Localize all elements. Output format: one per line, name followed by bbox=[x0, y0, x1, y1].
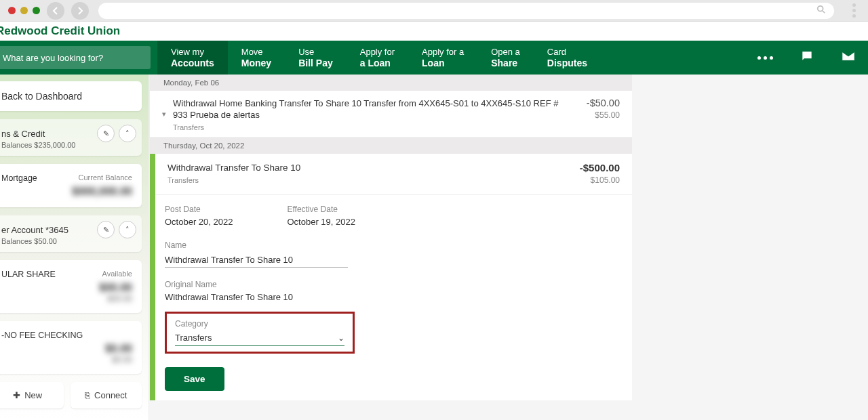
edit-icon[interactable]: ✎ bbox=[97, 221, 115, 238]
nav-bill-pay[interactable]: Use Bill Pay bbox=[285, 41, 347, 75]
transaction-amount: -$50.00 bbox=[559, 98, 620, 108]
transaction-category: Transfers bbox=[167, 176, 559, 184]
account-no-fee-checking[interactable]: -NO FEE CHECKING $0.00 $0.00 bbox=[0, 321, 142, 374]
nav-card-disputes[interactable]: Card Disputes bbox=[534, 41, 601, 75]
blurred-subbalance: $00.00 bbox=[1, 294, 132, 303]
bank-name: Redwood Credit Union bbox=[0, 24, 120, 38]
effective-date-label: Effective Date bbox=[287, 205, 355, 214]
nav-items: View my Accounts Move Money Use Bill Pay… bbox=[157, 41, 601, 75]
svg-line-1 bbox=[823, 11, 825, 14]
nav-apply-loan[interactable]: Apply for a Loan bbox=[347, 41, 408, 75]
category-select[interactable] bbox=[175, 330, 338, 345]
transaction-list: Monday, Feb 06 ▾ Withdrawal Home Banking… bbox=[149, 75, 632, 400]
original-name-value: Withdrawal Transfer To Share 10 bbox=[165, 292, 620, 302]
blurred-balance: $00.00 bbox=[1, 282, 132, 294]
transaction-balance: $105.00 bbox=[559, 175, 620, 185]
account-regular-share[interactable]: Available ULAR SHARE $00.00 $00.00 bbox=[0, 260, 142, 313]
browser-chrome bbox=[0, 0, 868, 22]
workspace: Back to Dashboard ✎ ˄ ns & Credit Balanc… bbox=[0, 75, 868, 420]
close-window-icon[interactable] bbox=[8, 7, 16, 14]
transaction-category: Transfers bbox=[173, 123, 559, 131]
balance-label: Current Balance bbox=[79, 173, 133, 182]
browser-back-button[interactable] bbox=[47, 2, 64, 20]
nav-view-accounts[interactable]: View my Accounts bbox=[157, 41, 228, 75]
name-label: Name bbox=[165, 240, 620, 250]
category-highlight-box: Category ⌄ bbox=[165, 312, 355, 354]
expanded-header[interactable]: Withdrawal Transfer To Share 10 Transfer… bbox=[155, 154, 632, 189]
blurred-balance: $000,000.00 bbox=[1, 186, 132, 198]
original-name-label: Original Name bbox=[165, 280, 620, 289]
transaction-balance: $55.00 bbox=[559, 110, 620, 120]
window-controls bbox=[8, 7, 40, 14]
new-label: New bbox=[24, 390, 42, 400]
blurred-balance: $0.00 bbox=[1, 343, 132, 355]
chevron-down-icon[interactable]: ⌄ bbox=[338, 333, 344, 343]
nav-move-money[interactable]: Move Money bbox=[228, 41, 285, 75]
global-search-wrap: What are you looking for? bbox=[0, 41, 157, 75]
date-header: Thursday, Oct 20, 2022 bbox=[150, 138, 632, 154]
maximize-window-icon[interactable] bbox=[33, 7, 40, 14]
post-date-value: October 20, 2022 bbox=[165, 217, 233, 227]
expand-icon[interactable]: ▾ bbox=[162, 110, 170, 131]
nav-right-icons bbox=[757, 41, 868, 75]
connect-label: Connect bbox=[94, 390, 127, 400]
chat-icon[interactable] bbox=[800, 49, 814, 66]
top-nav: What are you looking for? View my Accoun… bbox=[0, 41, 868, 75]
date-header: Monday, Feb 06 bbox=[150, 75, 632, 91]
new-button[interactable]: ✚ New bbox=[0, 382, 64, 408]
transaction-row[interactable]: ▾ Withdrawal Home Banking Transfer To Sh… bbox=[150, 91, 632, 138]
transaction-name-input[interactable] bbox=[165, 253, 348, 268]
bank-header: Redwood Credit Union bbox=[0, 22, 868, 41]
back-to-dashboard-button[interactable]: Back to Dashboard bbox=[0, 81, 142, 111]
connect-button[interactable]: ⎘ Connect bbox=[71, 382, 142, 408]
balance-label: Available bbox=[102, 270, 132, 278]
link-icon: ⎘ bbox=[85, 390, 90, 400]
plus-icon: ✚ bbox=[13, 390, 20, 400]
search-placeholder-text: What are you looking for? bbox=[3, 53, 103, 63]
post-date-label: Post Date bbox=[165, 205, 233, 214]
browser-menu-icon[interactable] bbox=[848, 3, 860, 18]
nav-open-share[interactable]: Open a Share bbox=[477, 41, 534, 75]
sidebar: Back to Dashboard ✎ ˄ ns & Credit Balanc… bbox=[0, 75, 149, 420]
account-group-other[interactable]: ✎ ˄ er Account *3645 Balances $50.00 bbox=[0, 215, 142, 252]
save-button[interactable]: Save bbox=[165, 367, 224, 391]
global-search-input[interactable]: What are you looking for? bbox=[0, 46, 151, 69]
transaction-details: Post Date October 20, 2022 Effective Dat… bbox=[155, 194, 632, 354]
mail-icon[interactable] bbox=[841, 49, 856, 66]
back-label: Back to Dashboard bbox=[1, 91, 82, 102]
main-content: Monday, Feb 06 ▾ Withdrawal Home Banking… bbox=[149, 75, 868, 420]
edit-icon[interactable]: ✎ bbox=[97, 125, 115, 142]
account-group-loans[interactable]: ✎ ˄ ns & Credit Balances $235,000.00 bbox=[0, 119, 142, 156]
category-label: Category bbox=[175, 319, 344, 329]
collapse-icon[interactable]: ˄ bbox=[119, 125, 136, 142]
transaction-description: Withdrawal Transfer To Share 10 bbox=[167, 162, 559, 173]
transaction-row-expanded: Withdrawal Transfer To Share 10 Transfer… bbox=[150, 154, 632, 400]
account-name: -NO FEE CHECKING bbox=[1, 331, 132, 340]
browser-forward-button[interactable] bbox=[71, 2, 89, 20]
minimize-window-icon[interactable] bbox=[20, 7, 28, 14]
effective-date-value: October 19, 2022 bbox=[287, 217, 355, 227]
collapse-icon[interactable]: ˄ bbox=[119, 221, 136, 238]
nav-apply-loan-2[interactable]: Apply for a Loan bbox=[408, 41, 477, 75]
transaction-description: Withdrawal Home Banking Transfer To Shar… bbox=[173, 98, 559, 121]
browser-url-bar[interactable] bbox=[98, 3, 834, 19]
blurred-subbalance: $0.00 bbox=[1, 355, 132, 364]
search-icon bbox=[816, 5, 826, 16]
transaction-amount: -$500.00 bbox=[559, 162, 620, 173]
account-mortgage[interactable]: Current Balance Mortgage $000,000.00 bbox=[0, 164, 142, 207]
more-menu-icon[interactable] bbox=[757, 56, 773, 60]
svg-point-0 bbox=[818, 6, 823, 12]
